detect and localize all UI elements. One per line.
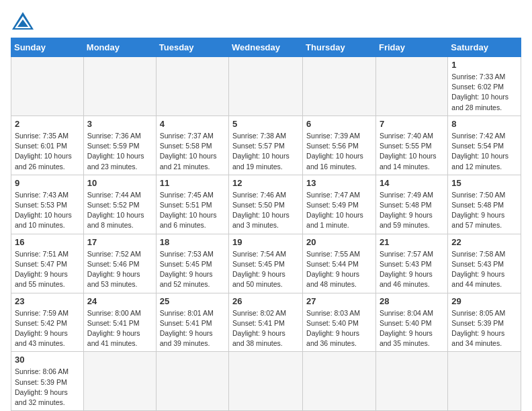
calendar-cell: 22Sunrise: 7:58 AM Sunset: 5:43 PM Dayli… bbox=[448, 234, 521, 293]
calendar-cell bbox=[156, 352, 228, 411]
calendar-cell: 13Sunrise: 7:47 AM Sunset: 5:49 PM Dayli… bbox=[303, 175, 376, 234]
day-number: 23 bbox=[15, 296, 80, 306]
calendar-cell: 16Sunrise: 7:51 AM Sunset: 5:47 PM Dayli… bbox=[11, 234, 84, 293]
calendar-week-row: 2Sunrise: 7:35 AM Sunset: 6:01 PM Daylig… bbox=[11, 116, 521, 175]
cell-info: Sunrise: 7:58 AM Sunset: 5:43 PM Dayligh… bbox=[451, 249, 517, 290]
day-number: 16 bbox=[15, 237, 80, 247]
calendar-cell: 1Sunrise: 7:33 AM Sunset: 6:02 PM Daylig… bbox=[448, 57, 521, 116]
cell-info: Sunrise: 7:44 AM Sunset: 5:52 PM Dayligh… bbox=[87, 190, 152, 231]
day-number: 18 bbox=[160, 237, 225, 247]
calendar-cell: 2Sunrise: 7:35 AM Sunset: 6:01 PM Daylig… bbox=[11, 116, 84, 175]
calendar-cell: 8Sunrise: 7:42 AM Sunset: 5:54 PM Daylig… bbox=[448, 116, 521, 175]
weekday-header-cell: Tuesday bbox=[156, 38, 228, 57]
cell-info: Sunrise: 7:49 AM Sunset: 5:48 PM Dayligh… bbox=[380, 190, 444, 231]
day-number: 25 bbox=[160, 296, 225, 306]
calendar-cell: 6Sunrise: 7:39 AM Sunset: 5:56 PM Daylig… bbox=[303, 116, 376, 175]
calendar-cell: 9Sunrise: 7:43 AM Sunset: 5:53 PM Daylig… bbox=[11, 175, 84, 234]
cell-info: Sunrise: 7:54 AM Sunset: 5:45 PM Dayligh… bbox=[232, 249, 299, 290]
calendar-cell: 7Sunrise: 7:40 AM Sunset: 5:55 PM Daylig… bbox=[375, 116, 447, 175]
day-number: 1 bbox=[451, 60, 517, 70]
calendar-cell bbox=[303, 57, 376, 116]
calendar-week-row: 30Sunrise: 8:06 AM Sunset: 5:39 PM Dayli… bbox=[11, 352, 521, 411]
cell-info: Sunrise: 7:37 AM Sunset: 5:58 PM Dayligh… bbox=[160, 131, 225, 172]
cell-info: Sunrise: 7:40 AM Sunset: 5:55 PM Dayligh… bbox=[380, 131, 444, 172]
calendar-cell bbox=[229, 352, 303, 411]
calendar-cell: 20Sunrise: 7:55 AM Sunset: 5:44 PM Dayli… bbox=[303, 234, 376, 293]
day-number: 3 bbox=[87, 119, 152, 129]
calendar-cell bbox=[156, 57, 228, 116]
cell-info: Sunrise: 7:53 AM Sunset: 5:45 PM Dayligh… bbox=[160, 249, 225, 290]
calendar-cell bbox=[448, 352, 521, 411]
calendar-cell: 17Sunrise: 7:52 AM Sunset: 5:46 PM Dayli… bbox=[83, 234, 156, 293]
cell-info: Sunrise: 8:03 AM Sunset: 5:40 PM Dayligh… bbox=[306, 308, 372, 349]
day-number: 12 bbox=[232, 178, 299, 188]
calendar-cell: 10Sunrise: 7:44 AM Sunset: 5:52 PM Dayli… bbox=[83, 175, 156, 234]
cell-info: Sunrise: 7:42 AM Sunset: 5:54 PM Dayligh… bbox=[451, 131, 517, 172]
calendar-table: SundayMondayTuesdayWednesdayThursdayFrid… bbox=[11, 38, 521, 411]
weekday-header-cell: Thursday bbox=[303, 38, 376, 57]
day-number: 30 bbox=[15, 355, 80, 365]
calendar-week-row: 23Sunrise: 7:59 AM Sunset: 5:42 PM Dayli… bbox=[11, 293, 521, 352]
day-number: 17 bbox=[87, 237, 152, 247]
calendar-week-row: 9Sunrise: 7:43 AM Sunset: 5:53 PM Daylig… bbox=[11, 175, 521, 234]
calendar-cell: 27Sunrise: 8:03 AM Sunset: 5:40 PM Dayli… bbox=[303, 293, 376, 352]
day-number: 10 bbox=[87, 178, 152, 188]
day-number: 15 bbox=[451, 178, 517, 188]
day-number: 24 bbox=[87, 296, 152, 306]
day-number: 11 bbox=[160, 178, 225, 188]
calendar-cell: 5Sunrise: 7:38 AM Sunset: 5:57 PM Daylig… bbox=[229, 116, 303, 175]
calendar-cell: 30Sunrise: 8:06 AM Sunset: 5:39 PM Dayli… bbox=[11, 352, 84, 411]
cell-info: Sunrise: 7:39 AM Sunset: 5:56 PM Dayligh… bbox=[306, 131, 372, 172]
calendar-cell: 14Sunrise: 7:49 AM Sunset: 5:48 PM Dayli… bbox=[375, 175, 447, 234]
cell-info: Sunrise: 8:06 AM Sunset: 5:39 PM Dayligh… bbox=[15, 367, 80, 408]
weekday-header-row: SundayMondayTuesdayWednesdayThursdayFrid… bbox=[11, 38, 521, 57]
day-number: 21 bbox=[380, 237, 444, 247]
weekday-header-cell: Wednesday bbox=[229, 38, 303, 57]
calendar-cell bbox=[11, 57, 84, 116]
calendar-cell: 18Sunrise: 7:53 AM Sunset: 5:45 PM Dayli… bbox=[156, 234, 228, 293]
calendar-cell bbox=[375, 57, 447, 116]
logo-icon bbox=[11, 11, 35, 31]
cell-info: Sunrise: 8:00 AM Sunset: 5:41 PM Dayligh… bbox=[87, 308, 152, 349]
calendar-week-row: 16Sunrise: 7:51 AM Sunset: 5:47 PM Dayli… bbox=[11, 234, 521, 293]
weekday-header-cell: Monday bbox=[83, 38, 156, 57]
day-number: 7 bbox=[380, 119, 444, 129]
day-number: 2 bbox=[15, 119, 80, 129]
cell-info: Sunrise: 7:52 AM Sunset: 5:46 PM Dayligh… bbox=[87, 249, 152, 290]
calendar-cell bbox=[229, 57, 303, 116]
calendar-week-row: 1Sunrise: 7:33 AM Sunset: 6:02 PM Daylig… bbox=[11, 57, 521, 116]
cell-info: Sunrise: 7:46 AM Sunset: 5:50 PM Dayligh… bbox=[232, 190, 299, 231]
cell-info: Sunrise: 7:43 AM Sunset: 5:53 PM Dayligh… bbox=[15, 190, 80, 231]
day-number: 8 bbox=[451, 119, 517, 129]
calendar-cell bbox=[83, 352, 156, 411]
day-number: 27 bbox=[306, 296, 372, 306]
cell-info: Sunrise: 7:35 AM Sunset: 6:01 PM Dayligh… bbox=[15, 131, 80, 172]
cell-info: Sunrise: 7:57 AM Sunset: 5:43 PM Dayligh… bbox=[380, 249, 444, 290]
weekday-header-cell: Saturday bbox=[448, 38, 521, 57]
cell-info: Sunrise: 7:47 AM Sunset: 5:49 PM Dayligh… bbox=[306, 190, 372, 231]
calendar-cell: 25Sunrise: 8:01 AM Sunset: 5:41 PM Dayli… bbox=[156, 293, 228, 352]
cell-info: Sunrise: 7:38 AM Sunset: 5:57 PM Dayligh… bbox=[232, 131, 299, 172]
calendar-cell bbox=[375, 352, 447, 411]
day-number: 4 bbox=[160, 119, 225, 129]
day-number: 5 bbox=[232, 119, 299, 129]
cell-info: Sunrise: 7:45 AM Sunset: 5:51 PM Dayligh… bbox=[160, 190, 225, 231]
cell-info: Sunrise: 8:02 AM Sunset: 5:41 PM Dayligh… bbox=[232, 308, 299, 349]
calendar-cell: 15Sunrise: 7:50 AM Sunset: 5:48 PM Dayli… bbox=[448, 175, 521, 234]
calendar-cell: 24Sunrise: 8:00 AM Sunset: 5:41 PM Dayli… bbox=[83, 293, 156, 352]
cell-info: Sunrise: 7:36 AM Sunset: 5:59 PM Dayligh… bbox=[87, 131, 152, 172]
day-number: 14 bbox=[380, 178, 444, 188]
calendar-body: 1Sunrise: 7:33 AM Sunset: 6:02 PM Daylig… bbox=[11, 57, 521, 411]
cell-info: Sunrise: 7:50 AM Sunset: 5:48 PM Dayligh… bbox=[451, 190, 517, 231]
calendar-cell: 28Sunrise: 8:04 AM Sunset: 5:40 PM Dayli… bbox=[375, 293, 447, 352]
cell-info: Sunrise: 8:04 AM Sunset: 5:40 PM Dayligh… bbox=[380, 308, 444, 349]
weekday-header-cell: Sunday bbox=[11, 38, 84, 57]
day-number: 22 bbox=[451, 237, 517, 247]
calendar-cell: 3Sunrise: 7:36 AM Sunset: 5:59 PM Daylig… bbox=[83, 116, 156, 175]
calendar-cell: 19Sunrise: 7:54 AM Sunset: 5:45 PM Dayli… bbox=[229, 234, 303, 293]
calendar-cell: 11Sunrise: 7:45 AM Sunset: 5:51 PM Dayli… bbox=[156, 175, 228, 234]
cell-info: Sunrise: 7:51 AM Sunset: 5:47 PM Dayligh… bbox=[15, 249, 80, 290]
weekday-header-cell: Friday bbox=[375, 38, 447, 57]
calendar-cell bbox=[83, 57, 156, 116]
day-number: 19 bbox=[232, 237, 299, 247]
